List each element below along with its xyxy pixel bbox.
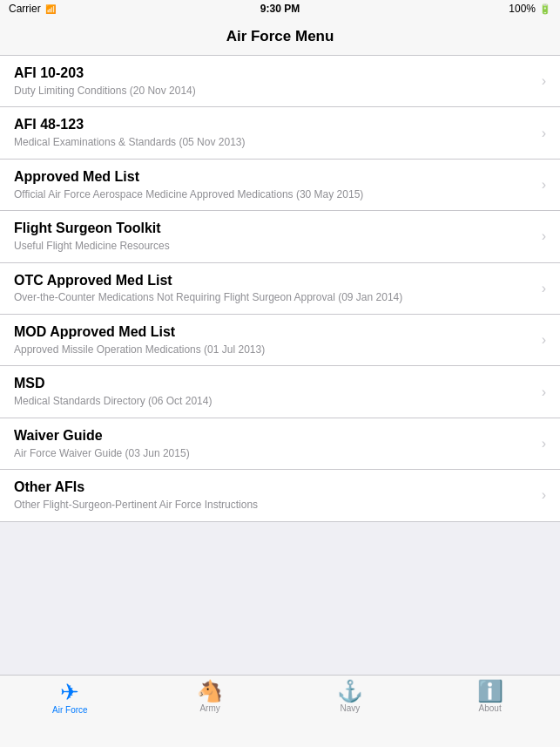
list-item-title: Other AFIs	[14, 479, 535, 497]
list-item-title: Flight Surgeon Toolkit	[14, 220, 535, 238]
list-item-subtitle: Useful Flight Medicine Resources	[14, 240, 535, 254]
list-item-content: OTC Approved Med List Over-the-Counter M…	[14, 272, 535, 305]
chevron-right-icon: ›	[542, 436, 546, 452]
list-item-title: AFI 48-123	[14, 116, 535, 134]
status-time: 9:30 PM	[260, 3, 300, 15]
list-item-otc-approved-med-list[interactable]: OTC Approved Med List Over-the-Counter M…	[0, 263, 560, 315]
chevron-right-icon: ›	[542, 487, 546, 503]
list-item-title: AFI 10-203	[14, 65, 535, 83]
list-item-content: Waiver Guide Air Force Waiver Guide (03 …	[14, 427, 535, 460]
chevron-right-icon: ›	[542, 126, 546, 141]
list-item-waiver-guide[interactable]: Waiver Guide Air Force Waiver Guide (03 …	[0, 418, 560, 470]
list-item-subtitle: Duty Limiting Conditions (20 Nov 2014)	[14, 85, 535, 98]
chevron-right-icon: ›	[542, 177, 546, 193]
tab-label-air-force: Air Force	[52, 705, 88, 715]
airforce-icon: ✈	[60, 681, 79, 703]
tab-bar: ✈ Air Force 🐴 Army ⚓ Navy ℹ️ About	[0, 675, 560, 747]
tab-label-about: About	[479, 703, 502, 713]
tab-label-navy: Navy	[340, 703, 360, 713]
chevron-right-icon: ›	[542, 384, 546, 400]
list-item-title: MOD Approved Med List	[14, 323, 535, 342]
list-item-subtitle: Approved Missile Operation Medications (…	[14, 343, 535, 357]
list-item-content: Flight Surgeon Toolkit Useful Flight Med…	[14, 220, 535, 253]
list-item-subtitle: Medical Examinations & Standards (05 Nov…	[14, 136, 535, 150]
list-container: AFI 10-203 Duty Limiting Conditions (20 …	[0, 56, 560, 522]
list-item-content: MOD Approved Med List Approved Missile O…	[14, 323, 535, 357]
chevron-right-icon: ›	[542, 228, 546, 244]
list-item-content: Approved Med List Official Air Force Aer…	[14, 168, 535, 201]
list-item-subtitle: Over-the-Counter Medications Not Requiri…	[14, 291, 535, 305]
tab-army[interactable]: 🐴 Army	[140, 681, 280, 713]
army-icon: 🐴	[197, 681, 223, 702]
list-item-title: Approved Med List	[14, 168, 535, 187]
list-item-subtitle: Other Flight-Surgeon-Pertinent Air Force…	[14, 499, 535, 513]
list-item-subtitle: Official Air Force Aerospace Medicine Ap…	[14, 188, 535, 202]
chevron-right-icon: ›	[542, 332, 546, 348]
tab-about[interactable]: ℹ️ About	[420, 681, 560, 713]
battery-percentage: 100%	[509, 3, 536, 15]
list-item-other-afis[interactable]: Other AFIs Other Flight-Surgeon-Pertinen…	[0, 470, 560, 521]
battery-icon: 🔋	[539, 3, 551, 15]
wifi-icon: 📶	[45, 4, 56, 14]
list-item-title: Waiver Guide	[14, 427, 535, 445]
navy-icon: ⚓	[337, 681, 363, 702]
list-item-content: AFI 48-123 Medical Examinations & Standa…	[14, 116, 535, 149]
about-icon: ℹ️	[477, 681, 503, 702]
list-item-approved-med-list[interactable]: Approved Med List Official Air Force Aer…	[0, 160, 560, 211]
list-item-content: Other AFIs Other Flight-Surgeon-Pertinen…	[14, 479, 535, 512]
chevron-right-icon: ›	[542, 73, 546, 89]
nav-bar: Air Force Menu	[0, 17, 560, 56]
list-item-content: MSD Medical Standards Directory (06 Oct …	[14, 375, 535, 408]
list-item-subtitle: Air Force Waiver Guide (03 Jun 2015)	[14, 447, 535, 461]
tab-air-force[interactable]: ✈ Air Force	[0, 681, 140, 715]
nav-title: Air Force Menu	[226, 28, 334, 45]
main-content: AFI 10-203 Duty Limiting Conditions (20 …	[0, 56, 560, 675]
list-item-title: OTC Approved Med List	[14, 272, 535, 290]
status-left: Carrier 📶	[9, 3, 56, 15]
list-item-msd[interactable]: MSD Medical Standards Directory (06 Oct …	[0, 366, 560, 418]
list-item-afi-48-123[interactable]: AFI 48-123 Medical Examinations & Standa…	[0, 107, 560, 159]
carrier-label: Carrier	[9, 3, 41, 15]
list-item-subtitle: Medical Standards Directory (06 Oct 2014…	[14, 395, 535, 409]
tab-navy[interactable]: ⚓ Navy	[280, 681, 421, 713]
list-item-flight-surgeon-toolkit[interactable]: Flight Surgeon Toolkit Useful Flight Med…	[0, 211, 560, 262]
list-item-afi-10-203[interactable]: AFI 10-203 Duty Limiting Conditions (20 …	[0, 56, 560, 107]
list-item-title: MSD	[14, 375, 535, 393]
status-bar: Carrier 📶 9:30 PM 100% 🔋	[0, 0, 560, 17]
status-right: 100% 🔋	[509, 3, 551, 15]
list-item-mod-approved-med-list[interactable]: MOD Approved Med List Approved Missile O…	[0, 315, 560, 366]
list-item-content: AFI 10-203 Duty Limiting Conditions (20 …	[14, 65, 535, 98]
tab-label-army: Army	[199, 703, 219, 713]
chevron-right-icon: ›	[542, 281, 546, 296]
